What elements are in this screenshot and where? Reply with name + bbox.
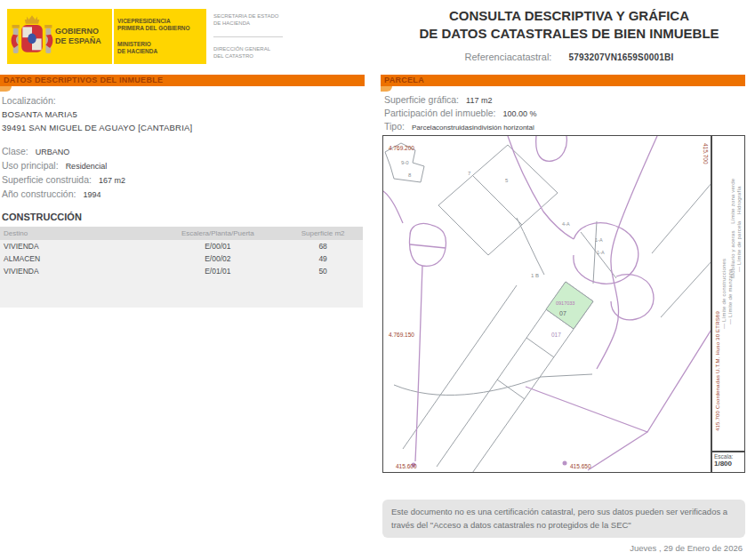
plot-label: 1 B [531, 273, 539, 278]
title-line-1: CONSULTA DESCRIPTIVA Y GRÁFICA [400, 7, 738, 25]
col-destino: Destino [0, 227, 152, 240]
inmueble-section-title: DATOS DESCRIPTIVOS DEL INMUEBLE [0, 75, 365, 86]
ministry-block: VICEPRESIDENCIA PRIMERA DEL GOBIERNO MIN… [117, 14, 190, 60]
inmueble-section-bar: DATOS DESCRIPTIVOS DEL INMUEBLE [0, 75, 365, 86]
legend-limite-parcela: — Límite de parcela Hidrografía [736, 186, 742, 272]
field-superficie-construida: Superficie construida:167 m2 [2, 174, 365, 185]
field-tipo: Tipo:Parcelaconstruidasindivisión horizo… [384, 121, 745, 132]
legend-utm-note: 415.700 Coordenadas U.T.M. Huso 30 ETRS8… [715, 311, 720, 431]
table-row: VIVIENDA E/00/01 68 [0, 240, 363, 252]
coord-label-nw: 4.769.200 [389, 145, 414, 151]
table-empty-area [0, 277, 363, 308]
cadastral-document-page: GOBIERNO DE ESPAÑA VICEPRESIDENCIA PRIME… [0, 0, 747, 560]
coord-label-s: 415.650 [570, 463, 591, 469]
disclaimer-note: Este documento no es una certificación c… [382, 500, 745, 538]
scale-value: 1/800 [714, 460, 743, 468]
field-participacion: Participación del inmueble:100.00 % [384, 108, 745, 118]
reference-value: 5793207VN1659S0001BI [568, 52, 673, 62]
section-bar-curl [0, 86, 12, 92]
inmueble-fields: Clase:URBANO Uso principal:Residencial S… [0, 146, 365, 199]
construccion-header-row: Destino Escalera/Planta/Puerta Superfici… [0, 227, 363, 240]
col-superficie-m2: Superficie m2 [283, 227, 363, 240]
plot-label: 9-0 [401, 160, 409, 165]
green-parcel-code: 0917033 [556, 300, 574, 306]
field-ano-construccion: Año construcción:1994 [2, 188, 365, 199]
cadastral-reference: Referenciacatastral: 5793207VN1659S0001B… [400, 52, 738, 62]
field-clase: Clase:URBANO [2, 146, 365, 156]
gobierno-de-espana-label: GOBIERNO DE ESPAÑA [55, 27, 110, 46]
construccion-title: CONSTRUCCIÓN [2, 212, 365, 222]
parcel-number: 07 [559, 310, 566, 316]
plot-label: 4-A [562, 221, 570, 227]
title-line-2: DE DATOS CATASTRALES DE BIEN INMUEBLE [400, 25, 738, 43]
parcela-fields: Superficie gráfica:117 m2 Participación … [381, 94, 745, 132]
neighbor-parcel-number: 017 [551, 332, 561, 338]
map-scale: Escala: 1/800 [711, 452, 745, 473]
field-superficie-grafica: Superficie gráfica:117 m2 [384, 94, 745, 105]
government-header: GOBIERNO DE ESPAÑA VICEPRESIDENCIA PRIME… [7, 9, 206, 64]
secretary-divider [213, 36, 283, 37]
section-bar-curl [381, 86, 392, 92]
secretary-block: SECRETARIA DE ESTADO DE HACIENDA DIRECCI… [210, 9, 286, 64]
parcela-section-bar: PARCELA [381, 75, 745, 86]
plot-label: 1-A [595, 237, 603, 243]
construccion-table: Destino Escalera/Planta/Puerta Superfici… [0, 227, 363, 277]
parcela-section-title: PARCELA [381, 75, 745, 86]
localizacion-label: Localización: [2, 95, 365, 106]
plot-label: 5 [505, 178, 509, 183]
scale-label: Escala: [714, 453, 743, 460]
plot-label: 7 [468, 171, 471, 176]
cadastral-map-drawing: 4.769.200 4.769.150 415.600 415.650 415.… [383, 136, 711, 472]
table-row: ALMACEN E/00/02 49 [0, 252, 363, 265]
field-uso-principal: Uso principal:Residencial [2, 160, 365, 171]
coord-label-sw: 415.600 [396, 463, 417, 469]
parcela-section: PARCELA Superficie gráfica:117 m2 Partic… [381, 75, 745, 134]
cadastral-map: 4.769.200 4.769.150 415.600 415.650 415.… [382, 135, 711, 473]
coord-label-w: 4.769.150 [389, 332, 414, 338]
legend-limite-manzana: — Límite de manzana [727, 269, 733, 325]
address-line-2: 39491 SAN MIGUEL DE AGUAYO [CANTABRIA] [2, 123, 365, 132]
col-escalera-planta-puerta: Escalera/Planta/Puerta [152, 227, 283, 240]
plot-label: 1-A [597, 250, 605, 255]
address-line-1: BOSANTA MARIA5 [2, 109, 365, 119]
document-date: Jueves , 29 de Enero de 2026 [630, 543, 743, 553]
table-row: VIVIENDA E/01/01 50 [0, 265, 363, 277]
spain-coat-of-arms-icon [11, 13, 53, 60]
map-legend: — Límite de parcela Hidrografía Mobiliar… [711, 135, 745, 452]
reference-label: Referenciacatastral: [465, 52, 552, 62]
plot-label: 8 [408, 172, 412, 178]
legend-limite-construcciones: — Límite de construcciones [721, 259, 727, 329]
header-divider [112, 9, 114, 64]
document-title: CONSULTA DESCRIPTIVA Y GRÁFICA DE DATOS … [400, 7, 738, 62]
legend-mobiliario: Mobiliario y aceras Límite zona verde [730, 179, 735, 278]
coord-label-e: 415.700 [703, 143, 709, 164]
inmueble-section: DATOS DESCRIPTIVOS DEL INMUEBLE Localiza… [0, 75, 365, 308]
